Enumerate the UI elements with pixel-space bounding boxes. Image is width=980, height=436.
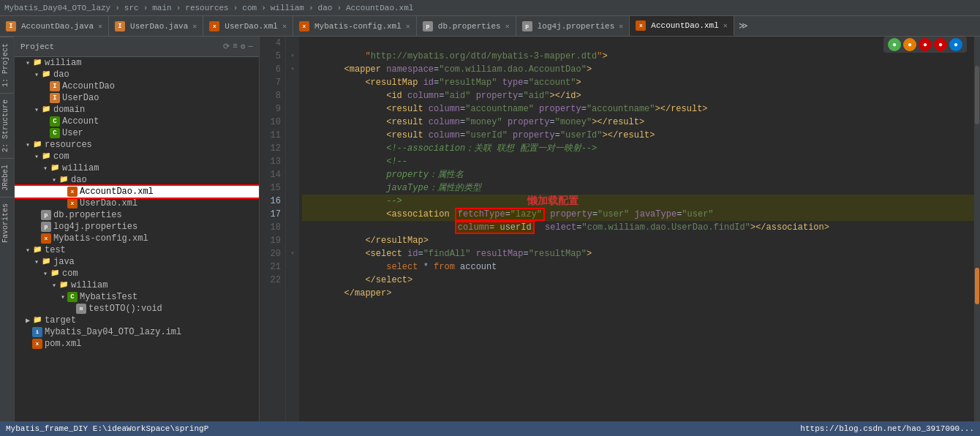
close-icon[interactable]: ✕ [723, 21, 728, 30]
tree-item-test[interactable]: ▾ 📁 test [15, 244, 259, 256]
folder-icon: 📁 [32, 245, 42, 255]
vertical-scrollbar[interactable] [974, 37, 980, 421]
firefox-icon[interactable]: ● [903, 38, 916, 51]
tree-label: User [62, 128, 83, 138]
tree-item-userdao-xml2[interactable]: x UserDao.xml [15, 198, 259, 209]
expand-arrow: ▾ [41, 164, 50, 173]
expand-arrow: ▶ [23, 316, 32, 325]
properties-icon: p [41, 222, 51, 232]
tab-userdao-xml[interactable]: x UserDao.xml ✕ [203, 16, 293, 36]
tab-db-properties[interactable]: p db.properties ✕ [417, 16, 516, 36]
sidebar-content: ▾ 📁 william ▾ 📁 dao I AccountDao I Us [15, 57, 259, 421]
favorites-side-tab[interactable]: Favorites [0, 197, 14, 249]
tree-item-domain[interactable]: ▾ 📁 domain [15, 104, 259, 116]
folder-icon: 📁 [59, 175, 69, 185]
expand-arrow: ▾ [23, 246, 32, 255]
title-com: com [242, 4, 257, 12]
tab-log4j-properties[interactable]: p log4j.properties ✕ [516, 16, 630, 36]
tab-accountdao-java[interactable]: I AccountDao.java ✕ [0, 16, 109, 36]
tree-item-userdao-i[interactable]: I UserDao [15, 92, 259, 104]
tree-item-testoto[interactable]: m testOTO():void [15, 303, 259, 315]
tree-label: pom.xml [45, 339, 81, 349]
tab-bar: I AccountDao.java ✕ I UserDao.java ✕ x U… [0, 16, 980, 37]
fold-marker-19[interactable]: ▾ [286, 247, 299, 260]
folder-icon: 📁 [41, 69, 51, 80]
tree-item-resources[interactable]: ▾ 📁 resources [15, 139, 259, 151]
line-num-7: 7 [260, 76, 285, 89]
expand-arrow: ▾ [32, 70, 41, 79]
scroll-thumb-highlight[interactable] [975, 268, 979, 304]
tree-item-target[interactable]: ▶ 📁 target [15, 315, 259, 326]
sync-icon[interactable]: ⟳ [223, 42, 230, 51]
tree-item-java2[interactable]: ▾ 📁 java [15, 256, 259, 268]
tab-mybatis-config[interactable]: x Mybatis-config.xml ✕ [293, 16, 417, 36]
tree-item-pom-xml[interactable]: x pom.xml [15, 338, 259, 350]
tree-item-user-c[interactable]: C User [15, 127, 259, 139]
tree-item-william3[interactable]: ▾ 📁 william [15, 279, 259, 291]
sidebar: Project ⟳ ≡ ⚙ — ▾ 📁 william ▾ 📁 dao [15, 37, 260, 421]
settings-icon[interactable]: ⚙ [241, 42, 246, 51]
tree-item-com2[interactable]: ▾ 📁 com [15, 151, 259, 162]
java-class-icon: C [50, 128, 60, 138]
tree-item-mybatis-config-xml[interactable]: x Mybatis-config.xml [15, 233, 259, 244]
tree-label: william [62, 163, 99, 173]
close-icon[interactable]: ✕ [505, 22, 510, 31]
tree-item-mybatistest[interactable]: ▾ C MybatisTest [15, 291, 259, 303]
structure-side-tab[interactable]: 2: Structure [0, 93, 14, 158]
code-area: ● ● ● ● ● "http://mybatis.org/dtd/mybati… [299, 37, 974, 421]
title-resources: resources [185, 4, 228, 12]
ie-icon[interactable]: ● [934, 38, 947, 51]
tree-item-log4j-props[interactable]: p log4j.properties [15, 221, 259, 233]
tab-more[interactable]: ≫ [734, 20, 753, 31]
tree-label: db.properties [53, 210, 122, 220]
tree-item-mybatis-iml[interactable]: i Mybatis_Day04_OTO_lazy.iml [15, 326, 259, 338]
line-num-22: 22 [260, 274, 285, 287]
minimize-icon[interactable]: — [248, 42, 253, 51]
close-icon[interactable]: ✕ [98, 22, 102, 31]
xml-icon: x [299, 21, 309, 31]
tab-userdao-java[interactable]: I UserDao.java ✕ [109, 16, 203, 36]
fold-marker-6[interactable]: ▾ [286, 63, 299, 76]
tree-item-dao1[interactable]: ▾ 📁 dao [15, 69, 259, 80]
tab-accountdao-xml[interactable]: x AccountDao.xml ✕ [630, 16, 734, 36]
collapse-icon[interactable]: ≡ [233, 42, 238, 51]
tree-item-db-props[interactable]: p db.properties [15, 209, 259, 221]
line-num-17: 17 [260, 208, 285, 221]
expand-arrow: ▾ [50, 176, 59, 184]
title-dao: dao [318, 4, 333, 12]
tree-item-com3[interactable]: ▾ 📁 com [15, 268, 259, 279]
tree-item-accountdao-i[interactable]: I AccountDao [15, 80, 259, 92]
tree-label: Mybatis-config.xml [53, 233, 148, 244]
code-line-4: "http://mybatis.org/dtd/mybatis-3-mapper… [302, 37, 974, 50]
fold-marker-5[interactable]: ▾ [286, 50, 299, 63]
java-interface-icon: I [50, 81, 60, 91]
close-icon[interactable]: ✕ [619, 22, 623, 31]
line-num-5: 5 [260, 50, 285, 63]
opera-icon[interactable]: ● [919, 38, 932, 51]
tree-label: com [53, 151, 69, 162]
tree-label: dao [71, 175, 87, 185]
tree-label: target [45, 315, 76, 326]
expand-arrow: ▾ [50, 281, 59, 290]
jrebel-side-tab[interactable]: JRebel [0, 158, 14, 197]
chrome-icon[interactable]: ● [888, 38, 901, 51]
tree-item-account-c[interactable]: C Account [15, 116, 259, 127]
scroll-thumb[interactable] [975, 66, 979, 124]
line-num-20: 20 [260, 247, 285, 260]
line-num-6: 6 [260, 63, 285, 76]
tree-item-dao2[interactable]: ▾ 📁 dao [15, 174, 259, 186]
project-side-tab[interactable]: 1: Project [0, 37, 14, 93]
close-icon[interactable]: ✕ [282, 22, 287, 31]
tab-label: db.properties [438, 22, 501, 31]
tree-item-william1[interactable]: ▾ 📁 william [15, 57, 259, 69]
expand-arrow: ▾ [41, 269, 50, 278]
line-num-12: 12 [260, 142, 285, 155]
close-icon[interactable]: ✕ [192, 22, 197, 31]
edge-icon[interactable]: ● [949, 38, 962, 51]
java-i-icon: I [115, 21, 125, 31]
tree-item-william2[interactable]: ▾ 📁 william [15, 162, 259, 174]
close-icon[interactable]: ✕ [406, 22, 410, 31]
tree-item-accountdao-xml-selected[interactable]: x AccountDao.xml [15, 186, 259, 198]
tree-label: java [53, 257, 75, 267]
folder-icon: 📁 [32, 315, 42, 326]
